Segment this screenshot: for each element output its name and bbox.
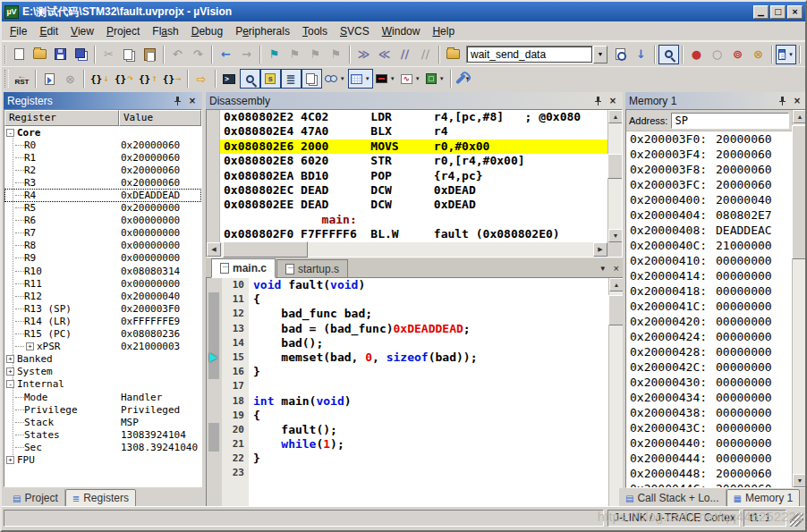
chevron-down-icon[interactable]: ▼ [593,46,607,63]
memory-row[interactable]: 0x20000414:00000000 [630,268,792,283]
memory-row[interactable]: 0x200003F8:20000060 [630,162,792,177]
chevron-down-icon[interactable]: ▼ [599,265,607,273]
search-combobox-input[interactable] [466,46,593,63]
system-viewer-button[interactable]: ▼ [423,69,447,89]
menu-peripherals[interactable]: Peripherals [229,23,296,39]
toolbar-grip[interactable] [4,70,9,88]
scrollbar-thumb[interactable] [608,295,623,325]
close-icon[interactable]: × [186,95,199,106]
register-row-r0[interactable]: R00x20000060 [4,139,201,151]
save-all-button[interactable] [71,45,91,64]
code-line[interactable]: { [249,409,608,423]
incremental-find-button[interactable]: ↓ [631,45,651,64]
register-row-privilege[interactable]: PrivilegePrivileged [4,403,201,416]
code-line[interactable]: } [249,452,608,466]
collapse-icon[interactable]: - [6,380,14,388]
code-area[interactable]: void fault(void){ bad_func bad; bad = (b… [249,278,608,532]
new-file-button[interactable] [9,45,30,64]
gutter-row[interactable] [207,466,222,480]
register-row-r7[interactable]: R70x00000000 [4,227,201,240]
code-line[interactable]: void fault(void) [249,278,608,292]
chevron-down-icon[interactable]: ▼ [390,76,395,81]
scroll-up-icon[interactable]: ▲ [608,110,622,123]
disassembly-vertical-scrollbar[interactable]: ▲ ▼ [607,110,622,242]
register-row-fpu[interactable]: +FPU [4,453,201,466]
memory-vertical-scrollbar[interactable]: ▲ ▼ [792,110,806,487]
register-row-sec[interactable]: Sec1308.39241040 [4,441,201,453]
menu-debug[interactable]: Debug [185,23,229,39]
code-line[interactable]: memset(bad, 0, sizeof(bad)); [249,350,608,365]
disassembly-line[interactable]: 0x080802EA BD10 POP {r4,pc} [220,169,607,183]
scroll-down-icon[interactable]: ▼ [608,229,622,242]
disassembly-line[interactable]: 0x080802F0 F7FFFFF6 BL.W fault (0x080802… [220,227,607,241]
gutter-row[interactable] [207,350,222,365]
analysis-window-button[interactable]: ∿▼ [398,69,423,89]
gutter-row[interactable] [207,292,222,307]
disassembly-line[interactable]: 0x080802EE DEAD DCW 0xDEAD [220,198,607,212]
register-row-states[interactable]: States13083924104 [4,428,201,441]
register-row-mode[interactable]: ModeHandler [4,391,201,403]
find-in-files-button[interactable] [610,45,631,64]
code-line[interactable]: } [249,365,608,379]
gutter-row[interactable] [207,278,222,292]
scrollbar-thumb[interactable] [607,154,622,179]
memory-row[interactable]: 0x20000444:00000000 [630,451,792,466]
memory-row[interactable]: 0x2000042C:00000000 [630,359,792,375]
memory-row[interactable]: 0x20000400:20000040 [630,192,792,207]
maximize-button[interactable]: □ [770,5,786,19]
open-file-button[interactable] [30,45,50,64]
indent-button[interactable]: ≫ [353,45,374,64]
scroll-right-icon[interactable]: ▶ [593,242,607,257]
step-over-button[interactable]: {}↷ [112,69,136,89]
memory-row[interactable]: 0x20000434:00000000 [630,390,792,405]
disassembly-line[interactable]: 0x080802E2 4C02 LDR r4,[pc,#8] ; @0x080 [220,110,607,124]
code-line[interactable]: bad(); [249,336,608,350]
tab-memory1[interactable]: ▦Memory 1 [726,489,801,507]
register-row-r14lr[interactable]: R14 (LR)0xFFFFFFE9 [4,315,201,327]
memory-panel-titlebar[interactable]: Memory 1 × [625,92,807,109]
register-row-r8[interactable]: R80x00000000 [4,240,201,252]
pin-icon[interactable] [591,95,604,106]
register-row-r4[interactable]: R40xDEADDEAD [4,189,201,201]
configure-button[interactable] [803,45,807,64]
register-row-banked[interactable]: +Banked [4,353,201,366]
pin-icon[interactable] [776,95,788,106]
register-row-core[interactable]: -Core [4,126,201,139]
symbol-window-button[interactable]: s [260,69,281,89]
scroll-up-icon[interactable]: ▲ [793,110,807,123]
code-line[interactable]: int main(void) [249,394,608,409]
memory-row[interactable]: 0x200003F0:20000060 [630,131,792,147]
register-row-internal[interactable]: -Internal [4,378,201,391]
memory-window-button[interactable]: ▼ [348,69,373,89]
tab-project[interactable]: ▤Project [6,489,65,507]
menu-view[interactable]: View [64,23,100,39]
memory-row[interactable]: 0x20000420:00000000 [630,314,792,329]
search-combobox[interactable]: ▼ [466,46,607,63]
comment-button[interactable]: ∕∕ [395,45,415,64]
resize-grip[interactable] [790,513,803,527]
scroll-left-icon[interactable]: ◀ [207,242,221,257]
disable-all-breakpoints-button[interactable]: ⊚ [727,45,748,64]
disassembly-line[interactable]: 0x080802EC DEAD DCW 0xDEAD [220,183,607,198]
register-row-xpsr[interactable]: +xPSR0x21000003 [4,341,201,353]
menu-help[interactable]: Help [426,23,461,39]
code-line[interactable]: { [249,292,608,307]
scroll-down-icon[interactable]: ▼ [793,474,807,487]
value-column-header[interactable]: Value [119,110,201,126]
enable-disable-breakpoint-button[interactable]: ○ [707,45,727,64]
command-window-button[interactable]: > [219,69,240,89]
close-icon[interactable]: × [614,263,619,274]
tab-startups[interactable]: startup.s [276,259,348,277]
tab-callstacklo[interactable]: ▤Call Stack + Lo... [619,489,726,507]
close-icon[interactable]: × [607,95,619,106]
disassembly-breakpoint-margin[interactable] [207,110,220,242]
memory-row[interactable]: 0x2000041C:00000000 [630,299,792,314]
memory-row[interactable]: 0x20000430:00000000 [630,375,792,390]
register-row-r12[interactable]: R120x20000040 [4,290,201,302]
register-row-system[interactable]: +System [4,366,201,378]
register-row-r5[interactable]: R50x20000000 [4,202,201,215]
insert-breakpoint-button[interactable]: ● [686,45,707,64]
gutter-row[interactable] [207,307,222,321]
save-button[interactable] [50,45,71,64]
register-row-r6[interactable]: R60x00000000 [4,215,201,227]
